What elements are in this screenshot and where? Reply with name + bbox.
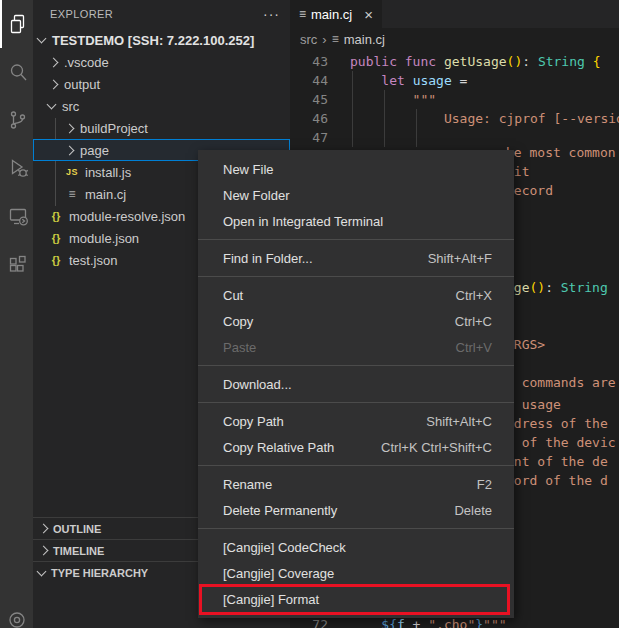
menu-item-label: Download... [223, 377, 292, 392]
chevron-right-icon [39, 524, 49, 534]
js-file-icon: JS [64, 167, 80, 177]
chevron-right-icon [65, 123, 75, 133]
menu-item-label: Delete Permanently [223, 503, 337, 518]
code-token: word of the d [506, 473, 608, 488]
code-token: func [405, 54, 436, 69]
menu-item-copy-relative-path[interactable]: Copy Relative PathCtrl+K Ctrl+Shift+C [198, 434, 514, 460]
tab-label: main.cj [311, 7, 352, 22]
code-token: } [475, 617, 483, 628]
code-token: : [522, 54, 538, 69]
line-number: 44 [290, 71, 328, 90]
code-token [405, 73, 413, 88]
code-token [350, 73, 381, 88]
run-debug-activity-button[interactable] [0, 144, 33, 192]
code-line-44: 44 let usage = [290, 71, 619, 90]
code-token [350, 617, 381, 628]
breadcrumb-folder[interactable]: src [300, 32, 317, 47]
tree-item-label: install.js [85, 165, 131, 180]
menu-item-shortcut: Ctrl+X [456, 288, 492, 303]
menu-item-label: [Cangjie] Format [223, 592, 319, 607]
code-token: he most common [506, 145, 616, 160]
menu-item-cangjie-codecheck[interactable]: [Cangjie] CodeCheck [198, 534, 514, 560]
tab-close-icon[interactable]: × [364, 7, 373, 22]
menu-item-copy[interactable]: CopyCtrl+C [198, 308, 514, 334]
code-token: unt of the de [506, 454, 608, 469]
source-control-activity-button[interactable] [0, 96, 33, 144]
code-token: = [452, 73, 468, 88]
cangjie-file-icon: ≡ [299, 7, 306, 21]
code-token: { [593, 54, 601, 69]
menu-item-shortcut: F2 [477, 477, 492, 492]
chevron-right-icon [49, 79, 59, 89]
search-activity-button[interactable] [0, 48, 33, 96]
line-number: 46 [290, 109, 328, 128]
code-line-43: 43public func getUsage(): String { [290, 52, 619, 71]
menu-item-cut[interactable]: CutCtrl+X [198, 282, 514, 308]
tree-item-vscode[interactable]: .vscode [33, 51, 290, 73]
code-token: t usage [506, 397, 561, 412]
menu-item-paste: PasteCtrl+V [198, 334, 514, 360]
menu-item-shortcut: Delete [454, 503, 492, 518]
cangjie-file-icon: ≡ [332, 32, 339, 46]
source-control-icon [6, 108, 30, 132]
code-token: l commands are [506, 375, 616, 390]
code-token: """ [350, 92, 436, 107]
code-token: ${ [381, 617, 397, 628]
menu-item-delete-permanently[interactable]: Delete PermanentlyDelete [198, 497, 514, 523]
tree-item-label: module-resolve.json [69, 209, 185, 224]
menu-item-label: [Cangjie] CodeCheck [223, 540, 346, 555]
code-token: getUsage [444, 54, 507, 69]
tree-item-testdemo-ssh-7-222-100-252[interactable]: TESTDEMO [SSH: 7.222.100.252] [33, 29, 290, 51]
menu-item-label: Cut [223, 288, 243, 303]
code-token: f [397, 617, 405, 628]
json-file-icon: {} [48, 232, 64, 244]
code-token: : [545, 280, 561, 295]
code-token: usage [413, 73, 452, 88]
menu-item-new-file[interactable]: New File [198, 156, 514, 182]
json-file-icon: {} [48, 254, 64, 266]
extensions-activity-button[interactable] [0, 240, 33, 288]
menu-item-open-in-integrated-terminal[interactable]: Open in Integrated Terminal [198, 208, 514, 234]
vscode-window: EXPLORER ··· TESTDEMO [SSH: 7.222.100.25… [0, 0, 619, 628]
tree-item-buildproject[interactable]: buildProject [33, 117, 290, 139]
code-token: + [405, 617, 428, 628]
code-token [436, 54, 444, 69]
code-token: ".cho" [428, 617, 475, 628]
tab-main-cj[interactable]: ≡ main.cj × [290, 0, 382, 28]
search-icon [6, 60, 30, 84]
code-token: """ [483, 617, 506, 628]
tree-item-label: src [62, 99, 79, 114]
menu-item-label: [Cangjie] Coverage [223, 566, 334, 581]
more-actions-icon[interactable]: ··· [263, 6, 280, 22]
menu-item-shortcut: Shift+Alt+F [428, 251, 492, 266]
menu-item-label: Copy Path [223, 414, 284, 429]
menu-item-find-in-folder[interactable]: Find in Folder...Shift+Alt+F [198, 245, 514, 271]
code-token [585, 54, 593, 69]
menu-item-cangjie-format[interactable]: [Cangjie] Format [198, 586, 514, 612]
code-token: () [507, 54, 523, 69]
menu-item-label: Paste [223, 340, 256, 355]
menu-item-new-folder[interactable]: New Folder [198, 182, 514, 208]
sidebar-title: EXPLORER [50, 8, 263, 20]
menu-separator [198, 365, 514, 366]
menu-item-shortcut: Ctrl+V [456, 340, 492, 355]
tree-item-src[interactable]: src [33, 95, 290, 117]
menu-item-download[interactable]: Download... [198, 371, 514, 397]
remote-explorer-activity-button[interactable] [0, 192, 33, 240]
run-debug-icon [6, 156, 30, 180]
breadcrumb-file[interactable]: main.cj [344, 32, 385, 47]
menu-item-cangjie-coverage[interactable]: [Cangjie] Coverage [198, 560, 514, 586]
tree-item-label: .vscode [64, 55, 109, 70]
explorer-activity-button[interactable] [0, 0, 33, 48]
code-token: () [529, 280, 545, 295]
chevron-right-icon [65, 145, 75, 155]
remote-explorer-icon [6, 204, 30, 228]
manage-gear-icon[interactable] [0, 605, 33, 628]
tree-item-output[interactable]: output [33, 73, 290, 95]
code-fragment: he most common [506, 143, 616, 162]
files-icon [6, 12, 30, 36]
chevron-down-icon [37, 34, 47, 44]
menu-item-rename[interactable]: RenameF2 [198, 471, 514, 497]
menu-item-copy-path[interactable]: Copy PathShift+Alt+C [198, 408, 514, 434]
menu-item-label: Copy [223, 314, 253, 329]
